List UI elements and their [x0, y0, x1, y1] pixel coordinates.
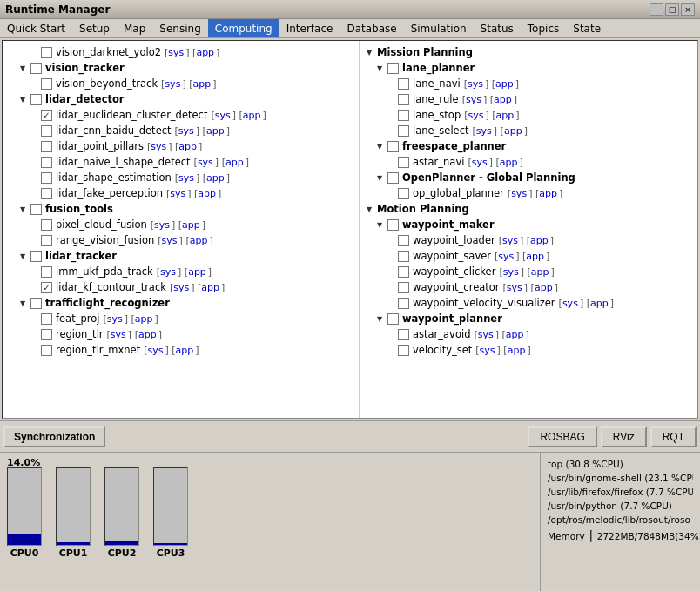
tree-checkbox[interactable]: [41, 47, 52, 58]
tree-item[interactable]: waypoint_velocity_visualizer[ sys] [app …: [363, 295, 694, 311]
tree-item[interactable]: astar_avoid[ sys] [app ]: [363, 326, 694, 342]
tree-checkbox[interactable]: [387, 172, 399, 184]
link-app[interactable]: app: [135, 313, 153, 325]
tree-checkbox[interactable]: [30, 251, 42, 262]
link-app[interactable]: app: [508, 345, 526, 356]
link-app[interactable]: app: [494, 94, 512, 105]
link-app[interactable]: app: [138, 329, 157, 340]
link-app[interactable]: app: [535, 282, 553, 293]
link-sys[interactable]: sys: [480, 345, 495, 356]
link-sys[interactable]: sys: [466, 94, 481, 105]
tree-item[interactable]: waypoint_saver[ sys] [app ]: [363, 248, 694, 264]
tree-checkbox[interactable]: [398, 94, 409, 105]
link-app[interactable]: app: [500, 157, 518, 168]
link-sys[interactable]: sys: [173, 282, 189, 293]
link-sys[interactable]: sys: [562, 298, 578, 309]
link-sys[interactable]: sys: [476, 125, 492, 137]
tree-checkbox[interactable]: [41, 313, 52, 325]
toggle-icon[interactable]: [17, 297, 29, 309]
toggle-icon[interactable]: [374, 171, 386, 184]
link-app[interactable]: app: [496, 110, 515, 121]
tree-checkbox[interactable]: [398, 345, 409, 356]
toggle-icon[interactable]: [374, 62, 386, 74]
link-sys[interactable]: sys: [151, 141, 166, 152]
link-sys[interactable]: sys: [147, 345, 163, 356]
link-sys[interactable]: sys: [498, 251, 514, 262]
link-sys[interactable]: sys: [507, 282, 522, 293]
link-app[interactable]: app: [201, 282, 219, 293]
tree-checkbox[interactable]: [398, 125, 409, 137]
tree-item[interactable]: waypoint_clicker[ sys] [app ]: [363, 264, 694, 279]
tree-item[interactable]: waypoint_loader[ sys] [app ]: [363, 232, 694, 248]
tree-checkbox[interactable]: [41, 78, 52, 90]
link-app[interactable]: app: [531, 266, 549, 278]
link-sys[interactable]: sys: [198, 157, 213, 168]
toggle-icon[interactable]: [17, 93, 29, 105]
tree-item[interactable]: lidar_kf_contour_track[ sys] [app ]: [6, 279, 355, 295]
tree-checkbox[interactable]: [41, 157, 52, 168]
link-app[interactable]: app: [590, 298, 609, 309]
menu-item-status[interactable]: Status: [474, 19, 521, 37]
toggle-icon[interactable]: [374, 140, 386, 152]
menu-item-interface[interactable]: Interface: [279, 19, 340, 37]
minimize-button[interactable]: −: [650, 3, 663, 16]
link-sys[interactable]: sys: [168, 47, 184, 58]
menu-item-setup[interactable]: Setup: [72, 19, 117, 37]
tree-checkbox[interactable]: [41, 125, 52, 137]
link-app[interactable]: app: [178, 141, 197, 152]
tree-item[interactable]: region_tlr[ sys] [app ]: [6, 326, 355, 342]
toggle-icon[interactable]: [17, 203, 29, 215]
tree-checkbox[interactable]: [41, 282, 52, 293]
tree-checkbox[interactable]: [41, 110, 52, 121]
tree-checkbox[interactable]: [41, 235, 52, 246]
window-controls[interactable]: − □ ×: [650, 3, 695, 16]
link-sys[interactable]: sys: [511, 188, 527, 199]
link-app[interactable]: app: [504, 125, 522, 137]
link-sys[interactable]: sys: [215, 110, 231, 121]
left-panel[interactable]: vision_darknet_yolo2[ sys] [app ]vision_…: [3, 41, 360, 418]
tree-item[interactable]: lane_navi[ sys] [app ]: [363, 76, 694, 91]
rviz-button[interactable]: RViz: [601, 426, 647, 447]
tree-checkbox[interactable]: [398, 329, 409, 340]
tree-item[interactable]: region_tlr_mxnet[ sys] [app ]: [6, 342, 355, 358]
link-sys[interactable]: sys: [162, 235, 178, 246]
toggle-icon[interactable]: [17, 250, 29, 262]
tree-checkbox[interactable]: [398, 298, 409, 309]
link-app[interactable]: app: [539, 188, 557, 199]
tree-item[interactable]: lane_rule[ sys] [app ]: [363, 91, 694, 107]
tree-checkbox[interactable]: [30, 94, 42, 105]
tree-item[interactable]: imm_ukf_pda_track[ sys] [app ]: [6, 264, 355, 279]
tree-checkbox[interactable]: [41, 141, 52, 152]
tree-item[interactable]: vision_beyond_track[ sys] [app ]: [6, 76, 355, 91]
tree-item[interactable]: op_global_planner[ sys] [app ]: [363, 185, 694, 201]
tree-checkbox[interactable]: [30, 204, 42, 215]
toggle-icon[interactable]: [363, 203, 375, 215]
menu-item-database[interactable]: Database: [340, 19, 403, 37]
link-app[interactable]: app: [190, 235, 208, 246]
tree-item[interactable]: lidar_euclidean_cluster_detect[ sys] [ap…: [6, 107, 355, 123]
link-app[interactable]: app: [225, 157, 244, 168]
tree-checkbox[interactable]: [41, 188, 52, 199]
tree-item[interactable]: lidar_naive_l_shape_detect[ sys] [app ]: [6, 154, 355, 170]
toggle-icon[interactable]: [374, 218, 386, 231]
tree-checkbox[interactable]: [398, 251, 409, 262]
menu-item-quick-start[interactable]: Quick Start: [0, 19, 72, 37]
link-sys[interactable]: sys: [468, 78, 483, 90]
tree-checkbox[interactable]: [387, 141, 399, 152]
tree-item[interactable]: lidar_shape_estimation[ sys] [app ]: [6, 170, 355, 185]
link-sys[interactable]: sys: [503, 266, 519, 278]
link-sys[interactable]: sys: [160, 266, 176, 278]
toggle-icon[interactable]: [374, 312, 386, 325]
tree-item[interactable]: vision_darknet_yolo2[ sys] [app ]: [6, 44, 355, 60]
menu-item-state[interactable]: State: [566, 19, 608, 37]
link-sys[interactable]: sys: [502, 235, 518, 246]
rosbag-button[interactable]: ROSBAG: [528, 426, 596, 447]
link-sys[interactable]: sys: [165, 78, 180, 90]
link-app[interactable]: app: [182, 219, 200, 231]
tree-checkbox[interactable]: [30, 298, 42, 309]
tree-checkbox[interactable]: [398, 110, 409, 121]
menu-item-sensing[interactable]: Sensing: [152, 19, 207, 37]
right-panel[interactable]: Mission Planninglane_plannerlane_navi[ s…: [360, 41, 697, 418]
link-app[interactable]: app: [198, 188, 216, 199]
link-app[interactable]: app: [192, 78, 211, 90]
